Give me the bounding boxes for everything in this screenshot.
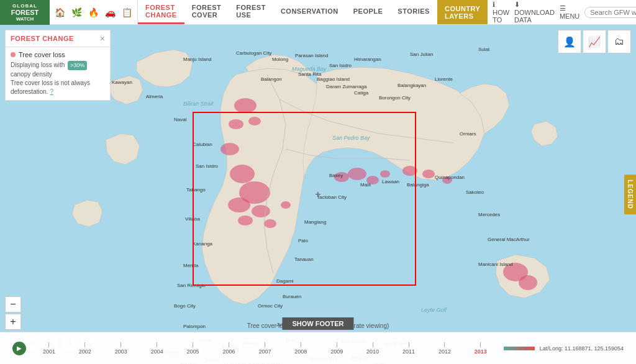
nav-country-layers[interactable]: COUNTRY LAYERS — [437, 0, 488, 24]
logo-line2: FOREST — [11, 9, 39, 16]
svg-point-13 — [348, 168, 366, 180]
svg-point-4 — [220, 143, 239, 155]
year-2009[interactable]: 2009 — [319, 342, 355, 355]
nav-people[interactable]: PEOPLE — [346, 0, 391, 24]
svg-point-8 — [252, 205, 270, 217]
icon-bar: 🏠 🌿 🔥 🚗 📋 — [50, 0, 138, 24]
info-line1: Displaying loss with — [11, 61, 65, 68]
svg-text:Balangkayan: Balangkayan — [398, 83, 426, 88]
chart-button[interactable]: 📈 — [583, 30, 606, 53]
svg-text:Kawayan: Kawayan — [112, 80, 132, 85]
info-line2: canopy density — [11, 71, 52, 78]
how-to-link[interactable]: ℹ HOW TO — [493, 1, 509, 24]
svg-point-3 — [248, 117, 261, 125]
layers-button[interactable]: 🗂 — [607, 30, 631, 53]
canopy-badge: >30% — [68, 61, 87, 70]
svg-point-16 — [402, 166, 417, 176]
svg-text:Tabango: Tabango — [186, 187, 206, 193]
svg-text:Catiga: Catiga — [354, 90, 369, 96]
year-2001[interactable]: 2001 — [31, 342, 67, 355]
svg-point-20 — [519, 275, 537, 290]
year-2013[interactable]: 2013 — [463, 342, 499, 355]
nav-forest-cover[interactable]: FOREST COVER — [184, 0, 229, 24]
top-navigation: GLOBAL FOREST WATCH 🏠 🌿 🔥 🚗 📋 FOREST CHA… — [0, 0, 636, 25]
layer-item: Tree cover loss — [11, 51, 105, 58]
svg-text:Manglang: Manglang — [304, 219, 326, 225]
play-button[interactable]: ▶ — [12, 342, 26, 355]
year-2002[interactable]: 2002 — [67, 342, 103, 355]
fire-icon[interactable]: 🔥 — [88, 7, 99, 17]
map-area[interactable]: Manju Island Carbulogan City Molong Para… — [0, 25, 636, 364]
logo[interactable]: GLOBAL FOREST WATCH — [0, 0, 50, 25]
zoom-controls: − + — [5, 296, 21, 330]
svg-point-11 — [281, 201, 291, 209]
svg-point-5 — [230, 165, 255, 183]
home-icon[interactable]: 🏠 — [55, 7, 65, 17]
year-2010[interactable]: 2010 — [355, 342, 391, 355]
svg-point-17 — [422, 170, 435, 178]
svg-text:Manju Island: Manju Island — [183, 57, 211, 62]
panel-header: FOREST CHANGE × — [6, 30, 110, 47]
year-2011[interactable]: 2011 — [391, 342, 427, 355]
logo-line1: GLOBAL — [12, 3, 37, 9]
search-input[interactable] — [584, 7, 636, 18]
svg-text:Tacloban City: Tacloban City — [317, 194, 347, 200]
svg-text:Naval: Naval — [174, 117, 187, 122]
svg-point-2 — [229, 119, 243, 129]
svg-text:Merida: Merida — [183, 263, 199, 268]
svg-text:Burauen: Burauen — [283, 294, 301, 299]
svg-text:Malit: Malit — [360, 182, 371, 188]
panel-close-button[interactable]: × — [100, 34, 105, 43]
info-link[interactable]: ? — [50, 88, 53, 95]
forest-change-panel: FOREST CHANGE × Tree cover loss Displayi… — [5, 30, 111, 101]
analyze-button[interactable]: 👤 — [558, 30, 581, 53]
layer-description: Displaying loss with >30% canopy density… — [11, 61, 105, 96]
svg-text:Leyte Gulf: Leyte Gulf — [421, 307, 448, 313]
car-icon[interactable]: 🚗 — [105, 7, 116, 17]
legend-tab[interactable]: LEGEND — [624, 175, 636, 214]
year-2012[interactable]: 2012 — [427, 342, 463, 355]
svg-text:Ormoc City: Ormoc City — [258, 303, 283, 309]
svg-text:Molong: Molong — [272, 57, 288, 62]
zoom-minus-button[interactable]: − — [5, 296, 21, 312]
svg-point-9 — [238, 216, 253, 225]
nav-forest-use[interactable]: FOREST USE — [229, 0, 273, 24]
svg-point-7 — [228, 198, 250, 212]
svg-text:Llorente: Llorente — [435, 76, 453, 82]
svg-text:Almeria: Almeria — [146, 94, 163, 99]
nav-forest-change[interactable]: FOREST CHANGE — [138, 0, 184, 24]
document-icon[interactable]: 📋 — [122, 7, 132, 17]
year-2008[interactable]: 2008 — [283, 342, 319, 355]
svg-text:Palo: Palo — [298, 238, 309, 243]
svg-text:Kananga: Kananga — [193, 241, 213, 247]
year-2007[interactable]: 2007 — [247, 342, 283, 355]
main-navigation: FOREST CHANGE FOREST COVER FOREST USE CO… — [138, 0, 488, 24]
map-controls: 👤 📈 🗂 — [558, 30, 631, 53]
svg-text:Parasan Island: Parasan Island — [295, 53, 328, 58]
year-2005[interactable]: 2005 — [175, 342, 211, 355]
svg-text:Dagami: Dagami — [276, 278, 294, 284]
layer-color-dot — [11, 52, 16, 57]
svg-text:San Pedro Bay: San Pedro Bay — [332, 135, 370, 141]
analyze-icon: 👤 — [563, 36, 576, 48]
year-2006[interactable]: 2006 — [211, 342, 247, 355]
zoom-plus-button[interactable]: + — [5, 314, 21, 330]
svg-text:Balangiga: Balangiga — [407, 182, 429, 188]
svg-text:Tanauan: Tanauan — [294, 257, 314, 262]
svg-text:San Isidro: San Isidro — [329, 63, 352, 68]
svg-text:Sakoleo: Sakoleo — [466, 189, 484, 195]
year-2003[interactable]: 2003 — [103, 342, 139, 355]
year-2004[interactable]: 2004 — [139, 342, 175, 355]
svg-text:Carbulogan City: Carbulogan City — [236, 50, 271, 56]
show-footer-button[interactable]: SHOW FOOTER — [282, 317, 353, 330]
nav-conservation[interactable]: CONSERVATION — [273, 0, 346, 24]
forest-icon[interactable]: 🌿 — [71, 7, 82, 17]
menu-link[interactable]: ☰ MENU — [560, 4, 579, 20]
svg-text:Baggiao Island: Baggiao Island — [317, 76, 350, 82]
svg-text:San Isidro: San Isidro — [196, 163, 219, 169]
nav-stories[interactable]: STORIES — [390, 0, 437, 24]
svg-text:Basey: Basey — [329, 173, 343, 178]
svg-point-1 — [234, 98, 257, 113]
layer-name: Tree cover loss — [19, 51, 65, 58]
download-data-link[interactable]: ⬇ DOWNLOAD DATA — [514, 1, 555, 24]
